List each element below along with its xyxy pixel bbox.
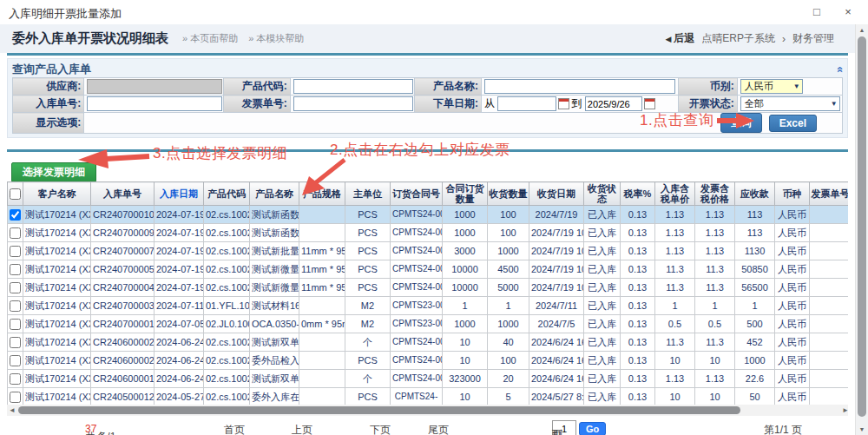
- page-label: 页: [552, 427, 562, 435]
- row-checkbox[interactable]: [10, 282, 21, 293]
- maximize-icon[interactable]: □: [809, 5, 825, 18]
- table-row[interactable]: 测试170214 (XX)CR2406000022024-06-2402.cs.…: [8, 352, 849, 370]
- horizontal-scrollbar-thumb[interactable]: [18, 406, 740, 414]
- cell-received_qty: 20: [488, 370, 529, 388]
- column-header-received_status: 收货状态: [584, 182, 621, 206]
- scroll-left-icon[interactable]: ◄: [9, 406, 16, 414]
- cell-received_date: 2024/7/19 10: [529, 279, 584, 297]
- column-header-date[interactable]: 入库日期: [155, 182, 204, 206]
- calendar-icon[interactable]: [644, 98, 655, 109]
- cell-received_status[interactable]: 已入库: [584, 297, 621, 315]
- cell-order_no: CR240700009: [91, 224, 155, 242]
- cell-received_status[interactable]: 已入库: [584, 388, 621, 406]
- cell-tax_rate: 0.13: [621, 242, 655, 260]
- cell-received_qty: 100: [488, 206, 529, 224]
- back-button[interactable]: 后退: [674, 31, 694, 46]
- row-checkbox[interactable]: [10, 337, 21, 348]
- cell-customer: 测试170214 (XX): [23, 333, 91, 352]
- cell-received_status[interactable]: 已入库: [584, 260, 621, 279]
- main-content: 委外入库单开票状况明细表 » 本页面帮助 » 本模块帮助 ◀ 后退 点晴ERP子…: [0, 24, 855, 435]
- select-all-checkbox[interactable]: [10, 188, 21, 200]
- cell-spec: [299, 333, 345, 352]
- next-page-link[interactable]: 下页: [370, 423, 391, 435]
- table-row[interactable]: 测试170214 (XX)CR2407000042024-07-1902.cs.…: [8, 279, 849, 297]
- table-row[interactable]: 测试170214 (XX)CR2406000012024-06-2402.cs.…: [8, 370, 849, 388]
- vertical-scrollbar-thumb[interactable]: [858, 36, 866, 417]
- cell-received_status[interactable]: 已入库: [584, 352, 621, 370]
- scroll-up-icon[interactable]: ▲: [856, 27, 868, 33]
- module-help-link[interactable]: » 本模块帮助: [248, 32, 304, 45]
- cell-spec: [299, 206, 345, 224]
- table-row[interactable]: 测试170214 (XX)CR2407000092024-07-1902.cs.…: [8, 224, 849, 242]
- page-header: 委外入库单开票状况明细表 » 本页面帮助 » 本模块帮助 ◀ 后退 点晴ERP子…: [0, 24, 855, 53]
- select-invoice-detail-button[interactable]: 选择发票明细: [11, 162, 96, 182]
- row-checkbox[interactable]: [10, 392, 21, 403]
- date-from-field[interactable]: [497, 96, 556, 111]
- cell-spec: [299, 388, 345, 406]
- cell-product_name: 测试材料1608: [250, 297, 299, 315]
- row-checkbox[interactable]: [10, 209, 21, 221]
- close-icon[interactable]: ×: [840, 5, 856, 18]
- table-row[interactable]: 测试170214 (XX)CR2406000022024-06-2402.cs.…: [8, 333, 849, 352]
- inbound-no-field[interactable]: [87, 96, 222, 111]
- cell-spec: 11mm * 95m: [299, 242, 345, 260]
- cell-check: [8, 260, 23, 279]
- cell-received_status[interactable]: 已入库: [584, 206, 621, 224]
- cell-unit: PCS: [345, 260, 391, 279]
- vertical-scrollbar[interactable]: ▲ ▼: [855, 24, 868, 435]
- go-button[interactable]: Go: [579, 422, 606, 435]
- prev-page-link[interactable]: 上页: [292, 423, 312, 435]
- cell-received_status[interactable]: 已入库: [584, 333, 621, 352]
- cell-tax_rate: 0.13: [621, 388, 655, 406]
- table-row[interactable]: 测试170214 (XX)CR2407000012024-07-0502.JL0…: [8, 315, 849, 333]
- date-to-field[interactable]: [585, 96, 642, 111]
- cell-received_qty: 40: [488, 333, 529, 352]
- table-row[interactable]: 测试170214 (XX)CR2407000072024-07-1902.cs.…: [8, 242, 849, 260]
- cell-order_no: CR240700005: [91, 260, 155, 279]
- first-page-link[interactable]: 首页: [224, 423, 245, 435]
- cell-unit_price: 1: [655, 297, 695, 315]
- row-checkbox[interactable]: [10, 319, 21, 330]
- cell-received_status[interactable]: 已入库: [584, 279, 621, 297]
- table-row[interactable]: 测试170214 (XX)CR2407000052024-07-1902.cs.…: [8, 260, 849, 279]
- collapse-icon[interactable]: «: [834, 66, 845, 72]
- invoice-status-select[interactable]: 全部 ▼: [740, 96, 840, 111]
- display-options-label: 显示选项:: [13, 113, 84, 134]
- cell-received_status[interactable]: 已入库: [584, 315, 621, 333]
- cell-check: [8, 388, 23, 406]
- product-name-field[interactable]: [484, 79, 675, 94]
- table-row[interactable]: 测试170214 (XX)CR2405000122024-05-2702.cs.…: [8, 388, 849, 406]
- cell-received_status[interactable]: 已入库: [584, 370, 621, 388]
- page-help-link[interactable]: » 本页面帮助: [182, 32, 238, 45]
- invoice-no-field[interactable]: [293, 96, 413, 111]
- cell-unit_price: 10: [655, 352, 695, 370]
- breadcrumb-module[interactable]: 财务管理: [792, 31, 834, 46]
- cell-received_status[interactable]: 已入库: [584, 224, 621, 242]
- table-row[interactable]: 测试170214 (XX)CR2407000032024-07-1101.YFL…: [8, 297, 849, 315]
- calendar-icon[interactable]: [558, 98, 569, 109]
- query-panel: 查询产品入库单 « 供应商: 产品代码: 产品名称: 币别: 人民币 ▼: [7, 58, 848, 138]
- cell-date: 2024-07-19: [155, 206, 204, 224]
- last-page-link[interactable]: 尾页: [428, 423, 449, 435]
- search-button[interactable]: 查询: [720, 113, 762, 133]
- scroll-right-icon[interactable]: ►: [842, 406, 848, 414]
- scroll-down-icon[interactable]: ▼: [856, 426, 868, 432]
- row-checkbox[interactable]: [10, 355, 21, 366]
- cell-check: [8, 315, 23, 333]
- currency-select[interactable]: 人民币 ▼: [740, 79, 803, 94]
- table-row[interactable]: 测试170214 (XX)CR2407000102024-07-1902.cs.…: [8, 206, 849, 224]
- window-title: 入库明细开票批量添加: [9, 6, 122, 22]
- row-checkbox[interactable]: [10, 227, 21, 239]
- excel-button[interactable]: Excel: [769, 115, 817, 132]
- cell-receivable: 1000: [735, 352, 775, 370]
- product-code-field[interactable]: [293, 79, 413, 94]
- horizontal-scrollbar[interactable]: ◄ ►: [7, 405, 848, 416]
- row-checkbox[interactable]: [10, 373, 21, 385]
- row-checkbox[interactable]: [10, 300, 21, 312]
- cell-received_status[interactable]: 已入库: [584, 242, 621, 260]
- breadcrumb-system[interactable]: 点晴ERP子系统: [701, 31, 775, 46]
- row-checkbox[interactable]: [10, 246, 21, 257]
- cell-product_code: 02.cs.100246: [204, 242, 250, 260]
- column-header-spec: 产品规格: [299, 182, 345, 206]
- row-checkbox[interactable]: [10, 264, 21, 275]
